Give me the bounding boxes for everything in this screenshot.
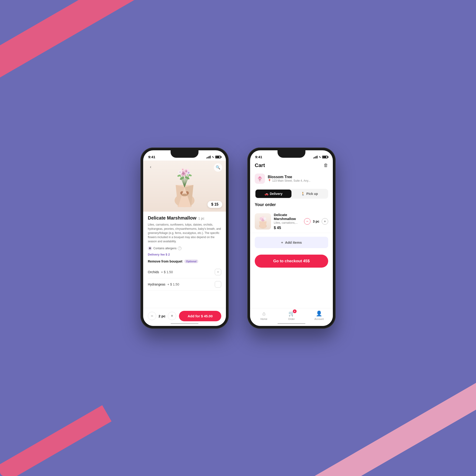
cart-qty-decrement[interactable]: − <box>304 218 311 225</box>
tab-order[interactable]: 🛒 4 Order <box>278 311 305 320</box>
cart-icon: 🛒 4 <box>288 311 295 317</box>
tab-home-label: Home <box>261 318 267 320</box>
zoom-button[interactable]: 🔍 <box>214 163 222 172</box>
tab-account-label: Account <box>315 318 324 320</box>
svg-point-22 <box>182 169 184 170</box>
delivery-tabs: 🚗 Delivery 🚶 Pick up <box>255 189 328 199</box>
notch-2 <box>278 150 305 158</box>
notch-1 <box>171 150 198 158</box>
signal-bar-2 <box>208 157 208 158</box>
option-hydrangeas-name: Hydrangeas <box>148 283 165 286</box>
svg-point-32 <box>258 177 259 179</box>
product-title: Delicate Marshmallow <box>148 215 196 221</box>
svg-point-24 <box>177 174 181 177</box>
signal-bars-1 <box>206 156 211 158</box>
cart-item-bouquet <box>256 214 270 228</box>
signal-bar-3 <box>209 156 210 158</box>
cart-header: Cart 🗑 <box>250 161 333 171</box>
store-name: Blossom Tree <box>268 175 328 179</box>
battery-fill-2 <box>323 156 326 158</box>
ribbon-bottom-right <box>310 374 476 476</box>
allergen-text: Contains allergens <box>153 247 176 250</box>
qty-value: 2 pc <box>159 314 165 318</box>
add-to-cart-button[interactable]: Add for $ 45.00 <box>179 311 221 321</box>
tab-order-label: Order <box>288 318 295 320</box>
tab-account[interactable]: 👤 Account <box>305 311 333 320</box>
cart-qty-value: 3 pc <box>313 220 319 223</box>
svg-marker-35 <box>259 221 266 228</box>
cart-item-price: $ 45 <box>274 226 301 230</box>
home-indicator-2 <box>278 323 305 324</box>
add-items-label: Add items <box>285 240 302 244</box>
status-icons-1: ∿ <box>206 155 221 159</box>
home-icon: ⌂ <box>263 311 265 317</box>
phone-cart: 9:41 ∿ Cart 🗑 <box>247 148 336 329</box>
phone-screen-1: 9:41 ∿ ‹ <box>143 150 226 326</box>
remove-section-row: Remove from bouquet Optional <box>148 259 221 263</box>
trash-icon[interactable]: 🗑 <box>323 163 328 168</box>
price-badge: $ 15 <box>208 201 222 208</box>
checkout-button[interactable]: Go to checkout 45$ <box>255 255 328 268</box>
cart-item-desc: Lilies, carnations,... <box>274 221 301 224</box>
ribbon-bottom-left <box>0 405 112 476</box>
store-logo <box>255 173 265 184</box>
qty-increment-button[interactable]: + <box>168 312 176 320</box>
product-image-area: ‹ <box>143 161 226 212</box>
store-address-text: 123 Main Street, Suite 4, Any... <box>272 179 311 182</box>
cart-qty-increment[interactable]: + <box>322 218 328 225</box>
ribbon-top-left <box>0 0 156 92</box>
car-icon: 🚗 <box>264 192 268 196</box>
svg-point-20 <box>188 172 189 174</box>
cart-item-name: Delicate Marshmallow <box>274 213 301 221</box>
optional-badge: Optional <box>184 259 198 263</box>
cart-badge: 4 <box>293 309 297 313</box>
svg-point-23 <box>187 169 189 171</box>
product-title-row: Delicate Marshmallow 1 pc <box>148 215 221 221</box>
pickup-tab-label: Pick up <box>306 192 318 196</box>
svg-point-14 <box>182 172 185 175</box>
signal-bar-2-4 <box>317 156 317 158</box>
option-hydrangeas-price: + $ 1.50 <box>167 283 179 286</box>
phone-screen-2: 9:41 ∿ Cart 🗑 <box>250 150 333 326</box>
delivery-fee: Delivery fee $ 2 <box>148 253 221 256</box>
option-orchids-price: + $ 1.50 <box>161 270 173 274</box>
battery-fill-1 <box>216 156 219 158</box>
option-orchids-name: Orchids <box>148 270 159 274</box>
order-section-title: Your order <box>250 202 333 210</box>
signal-bar-2-3 <box>316 156 316 158</box>
signal-bar-2-2 <box>315 157 315 158</box>
tab-home[interactable]: ⌂ Home <box>250 311 278 320</box>
qty-decrement-button[interactable]: − <box>148 312 156 320</box>
remove-section-label: Remove from bouquet <box>148 259 182 263</box>
status-time-2: 9:41 <box>255 155 262 159</box>
signal-bar-2-1 <box>313 157 314 158</box>
account-icon: 👤 <box>316 311 322 317</box>
add-items-plus-icon: + <box>281 240 283 244</box>
svg-point-33 <box>261 177 262 179</box>
battery-icon-1 <box>215 156 221 158</box>
store-logo-svg <box>255 174 264 183</box>
add-items-button[interactable]: + Add items <box>255 237 328 248</box>
wifi-icon-1: ∿ <box>212 155 214 159</box>
phones-container: 9:41 ∿ ‹ <box>140 148 336 329</box>
option-orchids-label: Orchids + $ 1.50 <box>148 270 173 274</box>
status-icons-2: ∿ <box>313 155 328 159</box>
wifi-icon-2: ∿ <box>319 155 321 159</box>
battery-icon-2 <box>322 156 328 158</box>
allergen-icon: ✿ <box>148 246 152 250</box>
back-button[interactable]: ‹ <box>147 163 154 171</box>
svg-point-31 <box>259 177 261 178</box>
hydrangeas-checkbox[interactable] <box>215 281 221 288</box>
option-orchids[interactable]: Orchids + $ 1.50 − <box>148 266 221 278</box>
location-icon: 📍 <box>268 179 271 182</box>
option-hydrangeas[interactable]: Hydrangeas + $ 1.50 <box>148 278 221 291</box>
cart-title: Cart <box>255 162 265 169</box>
signal-bar-4 <box>210 156 211 158</box>
help-icon[interactable]: ? <box>178 246 181 250</box>
delivery-tab[interactable]: 🚗 Delivery <box>255 189 291 198</box>
signal-bar-1 <box>206 157 207 158</box>
orchids-checkbox[interactable]: − <box>215 269 221 275</box>
delivery-tab-label: Delivery <box>270 192 282 196</box>
store-info: Blossom Tree 📍 123 Main Street, Suite 4,… <box>268 175 328 182</box>
pickup-tab[interactable]: 🚶 Pick up <box>291 189 328 198</box>
